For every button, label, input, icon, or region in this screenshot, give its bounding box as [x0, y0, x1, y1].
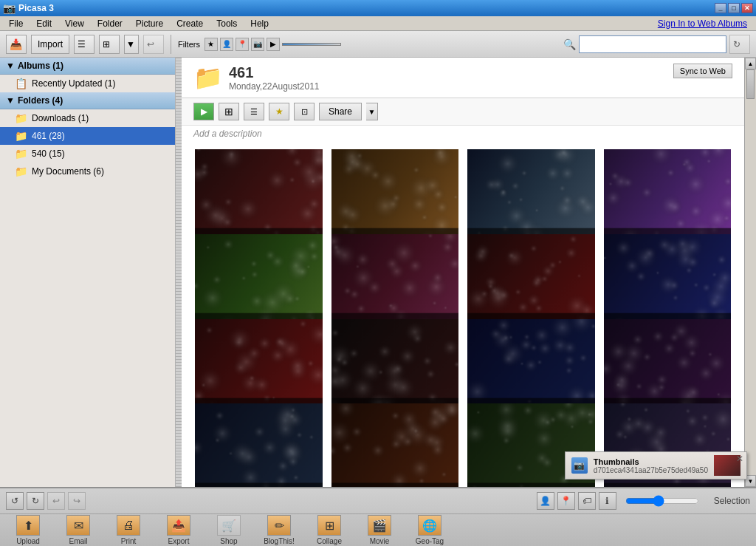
photo-thumb-3[interactable] [466, 148, 597, 245]
photo-thumb-5[interactable] [193, 233, 324, 330]
upload-button[interactable]: ⬆ Upload [6, 515, 50, 545]
sidebar-item-540[interactable]: 📁 540 (15) [0, 145, 175, 163]
view-dropdown-button[interactable]: ▼ [124, 35, 139, 54]
undo-button[interactable]: ↩ [47, 492, 65, 510]
filter-slider[interactable] [282, 43, 341, 46]
description-text[interactable]: Add a description [182, 126, 744, 142]
content-scrollbar[interactable]: ▲ ▼ [744, 58, 756, 487]
location-filter-button[interactable]: 📍 [557, 492, 575, 510]
rotate-cw-button[interactable]: ↻ [27, 492, 44, 510]
import-text-button[interactable]: Import [31, 35, 69, 54]
album-title-section: 📁 461 Monday,22August2011 [193, 64, 320, 92]
movie-button[interactable]: 🎬 Movie [357, 515, 402, 545]
photo-thumb-10[interactable] [330, 318, 461, 415]
geotag-button[interactable]: 🌐 Geo-Tag [408, 515, 452, 545]
import-button[interactable]: 📥 [6, 35, 27, 54]
menu-folder[interactable]: Folder [92, 17, 128, 30]
photo-thumb-4[interactable] [602, 148, 733, 245]
toolbar-sep-1 [171, 35, 171, 54]
title-bar-controls[interactable]: _ □ ✕ [715, 3, 753, 13]
filter-star[interactable]: ★ [205, 38, 218, 51]
frame-button[interactable]: ⊡ [294, 103, 315, 120]
photo-thumb-7[interactable] [466, 233, 597, 330]
photo-thumb-11[interactable] [466, 318, 597, 415]
star-button[interactable]: ★ [269, 103, 289, 120]
shop-icon: 🛒 [217, 515, 241, 536]
blogthis-button[interactable]: ✏ BlogThis! [257, 515, 301, 545]
geotag-label: Geo-Tag [416, 537, 444, 545]
filter-movie[interactable]: ▶ [267, 38, 280, 51]
print-button[interactable]: 🖨 Print [106, 515, 151, 545]
menu-edit[interactable]: Edit [30, 17, 58, 30]
share-button[interactable]: Share [319, 103, 362, 120]
albums-header[interactable]: ▼ Albums (1) [0, 58, 175, 75]
photo-thumb-14[interactable] [330, 402, 461, 487]
list-icon: ☰ [78, 39, 86, 50]
sidebar-resize-handle[interactable] [176, 58, 182, 487]
play-button[interactable]: ▶ [193, 103, 214, 120]
back-button[interactable]: ↩ [143, 35, 164, 54]
filter-people[interactable]: 👤 [220, 38, 233, 51]
photo-thumb-13[interactable] [193, 402, 324, 487]
list-view-button[interactable]: ☰ [244, 103, 264, 120]
export-icon: 📤 [167, 515, 190, 536]
collage-button[interactable]: ⊞ Collage [307, 515, 351, 545]
collage-icon: ⊞ [317, 515, 341, 536]
thumbnail-size-slider[interactable] [625, 495, 699, 507]
thumbnail-tooltip: 📷 Thumbnails d701eca4341aa27b5e75ded49a5… [565, 451, 747, 480]
photo-thumb-6[interactable] [330, 233, 461, 330]
maximize-button[interactable]: □ [728, 3, 740, 13]
sidebar-item-recently-updated[interactable]: 📋 Recently Updated (1) [0, 75, 175, 92]
view-grid-button[interactable]: ⊞ [99, 35, 120, 54]
geotag-icon: 🌐 [418, 515, 441, 536]
photo-thumb-1[interactable] [193, 148, 324, 245]
print-label: Print [121, 537, 137, 545]
photo-thumb-9[interactable] [193, 318, 324, 415]
folders-header-label: Folders (4) [18, 95, 63, 106]
photo-thumb-8[interactable] [602, 233, 733, 330]
rotate-ccw-button[interactable]: ↺ [6, 492, 24, 510]
redo-button[interactable]: ↪ [68, 492, 86, 510]
grid-view-button[interactable]: ⊞ [219, 103, 239, 120]
menu-tools[interactable]: Tools [210, 17, 243, 30]
import-label: Import [38, 39, 63, 50]
filter-camera[interactable]: 📷 [251, 38, 264, 51]
461-label: 461 (28) [32, 131, 65, 141]
photo-thumb-12[interactable] [602, 318, 733, 415]
minimize-button[interactable]: _ [715, 3, 726, 13]
photo-thumb-2[interactable] [330, 148, 461, 245]
sync-to-web-button[interactable]: Sync to Web [673, 64, 732, 78]
blogthis-icon: ✏ [267, 515, 291, 536]
sidebar-item-mydocs[interactable]: 📁 My Documents (6) [0, 163, 175, 180]
export-button[interactable]: 📤 Export [157, 515, 201, 545]
title-bar: 📷 Picasa 3 _ □ ✕ [0, 0, 756, 16]
signin-link[interactable]: Sign In to Web Albums [658, 18, 753, 29]
folders-header[interactable]: ▼ Folders (4) [0, 92, 175, 109]
filter-bar: ★ 👤 📍 📷 ▶ [205, 38, 341, 51]
461-folder-icon: 📁 [15, 130, 27, 142]
info-filter-button[interactable]: ℹ [599, 492, 616, 510]
close-button[interactable]: ✕ [741, 3, 753, 13]
menu-create[interactable]: Create [171, 17, 209, 30]
search-input[interactable] [579, 35, 726, 53]
sidebar-item-461[interactable]: 📁 461 (28) [0, 127, 175, 145]
shop-button[interactable]: 🛒 Shop [207, 515, 251, 545]
menu-view[interactable]: View [59, 17, 90, 30]
menu-help[interactable]: Help [244, 17, 275, 30]
filters-label: Filters [178, 40, 200, 49]
tooltip-close-button[interactable]: ✕ [736, 454, 743, 464]
view-list-button[interactable]: ☰ [74, 35, 94, 54]
people-filter-button[interactable]: 👤 [537, 492, 554, 510]
sidebar-item-downloads[interactable]: 📁 Downloads (1) [0, 109, 175, 127]
menu-picture[interactable]: Picture [130, 17, 169, 30]
filter-location[interactable]: 📍 [236, 38, 249, 51]
tooltip-hash: d701eca4341aa27b5e75ded49a50 [594, 466, 708, 474]
tag-filter-button[interactable]: 🏷 [578, 492, 596, 510]
email-button[interactable]: ✉ Email [56, 515, 100, 545]
import-icon: 📥 [10, 38, 22, 50]
share-dropdown-button[interactable]: ▼ [366, 103, 378, 120]
recently-updated-label: Recently Updated (1) [32, 78, 115, 89]
menu-file[interactable]: File [3, 17, 29, 30]
shop-label: Shop [220, 537, 237, 545]
refresh-button[interactable]: ↻ [729, 35, 750, 54]
